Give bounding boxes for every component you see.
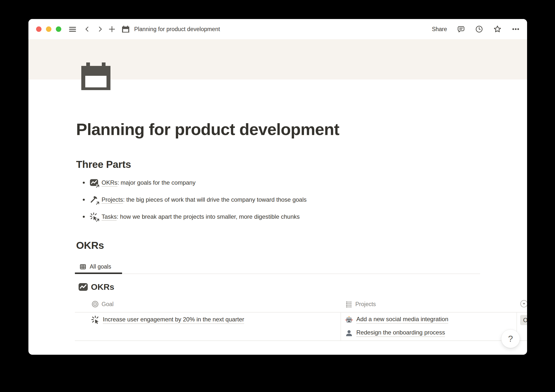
traffic-lights	[36, 26, 61, 32]
three-parts-list: OKRs: major goals for the company Projec…	[76, 174, 462, 225]
link-arrow-icon	[95, 184, 100, 188]
page-title: Planning for product development	[76, 120, 339, 139]
comments-icon[interactable]	[457, 25, 465, 33]
column-divider	[341, 312, 341, 340]
robot-icon	[345, 316, 353, 324]
link-arrow-icon	[95, 201, 100, 205]
linked-database-title[interactable]: OKRs	[79, 282, 114, 292]
bullet-rest: : the big pieces of work that will drive…	[123, 196, 307, 203]
column-label: Goal	[102, 301, 114, 308]
okrs-page-link[interactable]: OKRs	[102, 179, 117, 187]
page-icon-calendar[interactable]	[81, 62, 110, 90]
titlebar: Planning for product development Share	[28, 19, 527, 39]
bullet-text: OKRs: major goals for the company	[102, 179, 195, 186]
minimize-window-button[interactable]	[46, 26, 51, 32]
target-icon	[91, 300, 99, 308]
project-link-item: Redesign the onboarding process	[345, 329, 445, 337]
tasks-click-icon	[90, 213, 98, 221]
tab-all-goals[interactable]: All goals	[75, 260, 111, 273]
tab-label: All goals	[90, 263, 111, 270]
favorite-star-icon[interactable]	[493, 25, 502, 33]
page-calendar-icon	[122, 26, 129, 33]
help-button[interactable]: ?	[501, 329, 520, 348]
relation-grid-icon	[345, 300, 353, 308]
close-window-button[interactable]	[36, 26, 42, 32]
bullet-marker	[83, 199, 85, 201]
goal-click-icon	[91, 316, 100, 324]
table-header-divider	[75, 312, 527, 313]
breadcrumb-title: Planning for product development	[134, 26, 220, 33]
projects-hammer-icon	[90, 196, 98, 204]
bullet-text: Projects: the big pieces of work that wi…	[102, 196, 307, 203]
column-header-projects[interactable]: Projects	[345, 300, 376, 308]
projects-page-link[interactable]: Projects	[102, 196, 123, 204]
project-page-link[interactable]: Redesign the onboarding process	[356, 329, 445, 337]
breadcrumb[interactable]: Planning for product development	[122, 26, 220, 33]
goal-page-link[interactable]: Increase user engagement by 20% in the n…	[103, 316, 244, 324]
table-row-divider	[75, 340, 527, 341]
bullet-text: Tasks: how we break apart the projects i…	[102, 213, 300, 220]
titlebar-actions: Share	[432, 19, 520, 39]
active-tab-underline	[75, 273, 122, 274]
status-badge[interactable]: O	[520, 315, 527, 325]
zoom-window-button[interactable]	[56, 26, 61, 32]
list-item: Projects: the big pieces of work that wi…	[76, 191, 462, 208]
bullet-rest: : how we break apart the projects into s…	[117, 213, 299, 220]
app-window: Planning for product development Share	[28, 19, 527, 355]
person-silhouette-icon	[345, 329, 353, 337]
share-button[interactable]: Share	[432, 26, 447, 33]
sidebar-menu-icon[interactable]	[68, 25, 77, 33]
list-item: OKRs: major goals for the company	[76, 174, 462, 191]
bullet-marker	[83, 216, 85, 218]
okrs-chart-icon	[90, 178, 98, 187]
project-link-item: Add a new social media integration	[345, 316, 448, 324]
okrs-heading: OKRs	[76, 240, 104, 251]
back-icon[interactable]	[84, 25, 90, 33]
link-arrow-icon	[95, 218, 100, 222]
forward-icon[interactable]	[97, 25, 103, 33]
project-page-link[interactable]: Add a new social media integration	[356, 316, 448, 324]
tasks-page-link[interactable]: Tasks	[102, 213, 117, 221]
bullet-rest: : major goals for the company	[117, 179, 195, 186]
bullet-marker	[83, 182, 85, 184]
history-clock-icon[interactable]	[475, 25, 483, 33]
new-tab-icon[interactable]	[108, 25, 116, 33]
list-item: Tasks: how we break apart the projects i…	[76, 208, 462, 225]
goal-cell: Increase user engagement by 20% in the n…	[91, 316, 244, 324]
column-chevron-down-icon[interactable]	[520, 300, 527, 308]
three-parts-heading: Three Parts	[76, 159, 131, 170]
column-label: Projects	[355, 301, 376, 308]
tab-divider	[75, 274, 480, 274]
table-view-icon	[80, 263, 86, 270]
okrs-database-icon	[79, 282, 88, 292]
column-header-goal[interactable]: Goal	[91, 300, 114, 308]
more-options-icon[interactable]	[512, 25, 520, 33]
database-title-text: OKRs	[91, 282, 114, 292]
